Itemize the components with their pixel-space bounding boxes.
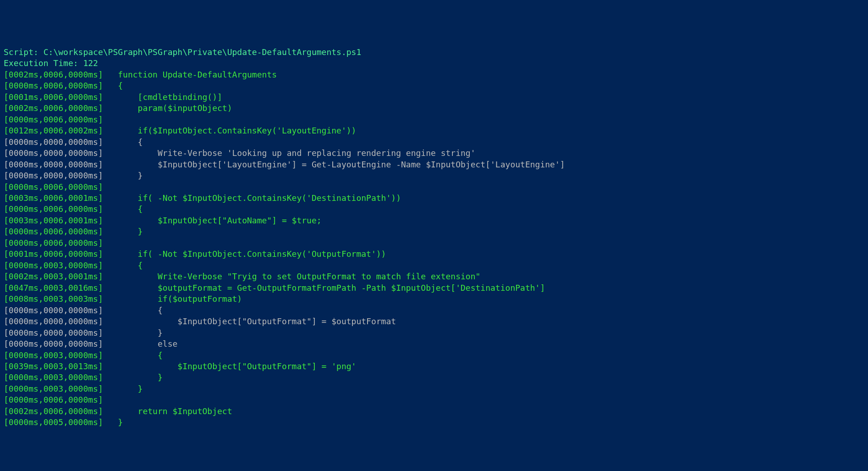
code-text: if( -Not $InputObject.ContainsKey('Desti… (103, 193, 401, 203)
code-text: else (103, 339, 178, 349)
code-text: } (103, 417, 123, 427)
code-text: } (103, 227, 143, 236)
code-line: [0012ms,0006,0002ms] if($InputObject.Con… (4, 125, 864, 136)
timing-marker: [0000ms,0000,0000ms] (4, 305, 103, 315)
timing-marker: [0008ms,0003,0003ms] (4, 294, 103, 304)
code-line: [0039ms,0003,0013ms] $InputObject["Outpu… (4, 361, 864, 372)
exec-time-label: Execution Time: (4, 58, 83, 68)
code-line: [0000ms,0000,0000ms] } (4, 170, 864, 181)
code-line: [0000ms,0006,0000ms] (4, 182, 864, 193)
timing-marker: [0001ms,0006,0000ms] (4, 92, 103, 102)
code-line: [0002ms,0006,0000ms] param($inputObject) (4, 103, 864, 114)
code-text (103, 182, 118, 192)
code-line: [0000ms,0006,0000ms] (4, 114, 864, 125)
code-text: { (103, 305, 163, 315)
timing-marker: [0000ms,0000,0000ms] (4, 148, 103, 158)
exec-time-value: 122 (83, 58, 98, 68)
code-text: if($InputObject.ContainsKey('LayoutEngin… (103, 126, 357, 135)
timing-marker: [0000ms,0005,0000ms] (4, 417, 103, 427)
code-text: { (103, 260, 143, 270)
code-text: function Update-DefaultArguments (103, 70, 277, 79)
timing-marker: [0000ms,0003,0000ms] (4, 372, 103, 382)
code-line: [0000ms,0000,0000ms] Write-Verbose 'Look… (4, 148, 864, 159)
code-line: [0000ms,0000,0000ms] $InputObject["Outpu… (4, 316, 864, 327)
code-text: $InputObject["OutputFormat"] = $outputFo… (103, 316, 396, 326)
code-text: Write-Verbose 'Looking up and replacing … (103, 148, 476, 158)
code-text: $outputFormat = Get-OutputFormatFromPath… (103, 283, 545, 293)
timing-marker: [0000ms,0000,0000ms] (4, 137, 103, 147)
code-text: if($outputFormat) (103, 294, 242, 304)
timing-marker: [0003ms,0006,0001ms] (4, 216, 103, 225)
timing-marker: [0000ms,0003,0000ms] (4, 350, 103, 360)
code-line: [0008ms,0003,0003ms] if($outputFormat) (4, 294, 864, 305)
code-line: [0000ms,0006,0000ms] { (4, 204, 864, 215)
timing-marker: [0000ms,0006,0000ms] (4, 182, 103, 192)
code-text: return $InputObject (103, 406, 232, 416)
code-text (103, 115, 118, 124)
timing-marker: [0002ms,0006,0000ms] (4, 103, 103, 113)
code-text: [cmdletbinding()] (103, 92, 222, 102)
timing-marker: [0000ms,0006,0000ms] (4, 81, 103, 90)
code-line: [0002ms,0006,0000ms] function Update-Def… (4, 69, 864, 80)
code-line: [0000ms,0000,0000ms] $InputObject['Layou… (4, 159, 864, 170)
script-header-line: Script: C:\workspace\PSGraph\PSGraph\Pri… (4, 47, 864, 58)
code-line: [0000ms,0006,0000ms] { (4, 80, 864, 91)
code-text: Write-Verbose "Tryig to set OutputFormat… (103, 272, 481, 281)
code-text: } (103, 328, 163, 338)
code-line: [0002ms,0006,0000ms] return $InputObject (4, 406, 864, 417)
code-line: [0003ms,0006,0001ms] if( -Not $InputObje… (4, 193, 864, 204)
code-text: } (103, 384, 143, 393)
code-line: [0000ms,0003,0000ms] } (4, 383, 864, 394)
code-text: { (103, 81, 123, 90)
code-text: $InputObject["OutputFormat"] = 'png' (103, 361, 357, 371)
code-line: [0000ms,0005,0000ms] } (4, 417, 864, 428)
timing-marker: [0000ms,0006,0000ms] (4, 115, 103, 124)
timing-marker: [0002ms,0006,0000ms] (4, 70, 103, 79)
code-line: [0001ms,0006,0000ms] [cmdletbinding()] (4, 92, 864, 103)
timing-marker: [0000ms,0006,0000ms] (4, 238, 103, 248)
terminal-output: Script: C:\workspace\PSGraph\PSGraph\Pri… (4, 47, 864, 428)
timing-marker: [0002ms,0006,0000ms] (4, 406, 103, 416)
code-text: } (103, 372, 163, 382)
code-text (103, 395, 118, 405)
code-line: [0000ms,0000,0000ms] else (4, 338, 864, 349)
timing-marker: [0000ms,0003,0000ms] (4, 260, 103, 270)
code-text: { (103, 350, 163, 360)
timing-marker: [0039ms,0003,0013ms] (4, 361, 103, 371)
code-line: [0000ms,0006,0000ms] (4, 238, 864, 249)
code-text: param($inputObject) (103, 103, 232, 113)
code-lines-container: [0002ms,0006,0000ms] function Update-Def… (4, 69, 864, 428)
timing-marker: [0012ms,0006,0002ms] (4, 126, 103, 135)
code-line: [0000ms,0006,0000ms] (4, 394, 864, 405)
timing-marker: [0000ms,0006,0000ms] (4, 204, 103, 214)
code-line: [0000ms,0003,0000ms] } (4, 372, 864, 383)
code-line: [0000ms,0003,0000ms] { (4, 350, 864, 361)
script-path: C:\workspace\PSGraph\PSGraph\Private\Upd… (44, 47, 362, 57)
code-line: [0000ms,0000,0000ms] { (4, 305, 864, 316)
code-line: [0001ms,0006,0000ms] if( -Not $InputObje… (4, 249, 864, 260)
code-text: if( -Not $InputObject.ContainsKey('Outpu… (103, 249, 386, 259)
code-line: [0000ms,0000,0000ms] { (4, 137, 864, 148)
exec-time-line: Execution Time: 122 (4, 58, 864, 69)
timing-marker: [0000ms,0000,0000ms] (4, 328, 103, 338)
timing-marker: [0001ms,0006,0000ms] (4, 249, 103, 259)
timing-marker: [0002ms,0003,0001ms] (4, 272, 103, 281)
timing-marker: [0000ms,0006,0000ms] (4, 395, 103, 405)
code-text: $InputObject["AutoName"] = $true; (103, 216, 322, 225)
timing-marker: [0000ms,0006,0000ms] (4, 227, 103, 236)
code-text (103, 238, 118, 248)
timing-marker: [0000ms,0000,0000ms] (4, 316, 103, 326)
code-line: [0003ms,0006,0001ms] $InputObject["AutoN… (4, 215, 864, 226)
code-text: { (103, 137, 143, 147)
timing-marker: [0003ms,0006,0001ms] (4, 193, 103, 203)
code-text: } (103, 171, 143, 180)
timing-marker: [0000ms,0003,0000ms] (4, 384, 103, 393)
code-text: $InputObject['LayoutEngine'] = Get-Layou… (103, 160, 565, 169)
code-line: [0000ms,0006,0000ms] } (4, 226, 864, 237)
timing-marker: [0000ms,0000,0000ms] (4, 171, 103, 180)
timing-marker: [0000ms,0000,0000ms] (4, 339, 103, 349)
timing-marker: [0000ms,0000,0000ms] (4, 160, 103, 169)
code-line: [0000ms,0003,0000ms] { (4, 260, 864, 271)
timing-marker: [0047ms,0003,0016ms] (4, 283, 103, 293)
code-line: [0000ms,0000,0000ms] } (4, 327, 864, 338)
